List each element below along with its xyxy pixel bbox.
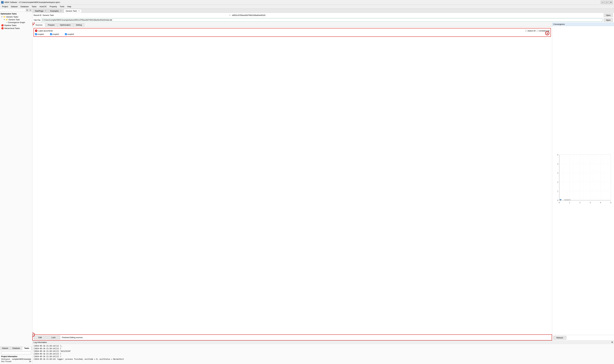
restore-panel-button[interactable]: ⧉ — [26, 9, 28, 12]
menu-bar: Project Dataset Database Tasks AutoCIC P… — [0, 5, 614, 9]
select-all-item[interactable]: Select All — [525, 30, 535, 32]
tab-generic-task-close[interactable]: ✕ — [78, 10, 80, 12]
close-button[interactable]: ✕ — [609, 1, 613, 4]
label-word: Label — [38, 30, 43, 32]
tab-examples-close[interactable]: ✕ — [60, 10, 62, 12]
tree-area: Optimization Tasks ▼ 📁 Generic Tasks ▼ 📁… — [0, 12, 32, 347]
tab-dataset[interactable]: Dataset — [0, 347, 10, 350]
svg-text:4: 4 — [557, 163, 558, 165]
couple2-checkbox[interactable] — [50, 33, 52, 35]
result-id-open-button[interactable]: Open — [604, 13, 613, 17]
workspace-label: Workspace — [1, 358, 10, 360]
tab-database[interactable]: Database — [10, 347, 22, 350]
project-info-title: Project Information — [1, 355, 31, 358]
hierarchical-icon: 🔴 — [1, 27, 4, 29]
log-line-4: [2024-05-16 21:20:14][2] ] — [34, 352, 613, 355]
left-panel-header: ⧉ ✕ — [0, 9, 32, 12]
lock-button[interactable]: Lock — [47, 336, 60, 339]
tree-label-generic-tasks: Generic Tasks — [6, 16, 18, 18]
select-all-checkbox[interactable] — [525, 30, 527, 32]
couple2-item[interactable]: couple2 — [50, 33, 59, 35]
left-bottom-tabs: Dataset Database Tasks Project Informati… — [0, 347, 32, 364]
close-panel-button[interactable]: ✕ — [29, 9, 32, 12]
tab-tasks[interactable]: Tasks — [22, 347, 31, 350]
tab-startpage[interactable]: StartPage ✕ — [33, 9, 48, 13]
inner-tab-setting[interactable]: Setting — [73, 23, 84, 27]
tree-item-convergence-graph[interactable]: ✓ Convergence Graph — [0, 21, 32, 24]
expand-icon-2: ▼ — [3, 19, 5, 20]
tree-label-convergence-graph: Convergence Graph — [8, 21, 25, 24]
minimize-button[interactable]: — — [601, 1, 605, 4]
tree-label-pipeline-tasks: Pipeline Tasks — [4, 24, 16, 26]
tree-item-generic-task[interactable]: ▼ 📁 Generic Task — [0, 18, 32, 21]
tdb-file-input[interactable] — [42, 18, 602, 22]
tdb-file-label: Tdb File — [34, 19, 41, 21]
couple3-item[interactable]: couple3 — [65, 33, 74, 35]
unselect-all-checkbox[interactable] — [537, 30, 539, 32]
workspace-value: compile/HitDIC/example — [12, 358, 31, 360]
sources-header: ✕ Label alcocrfeniti Select All — [35, 30, 549, 32]
title-bar: H HitDIC Software - <C:/Users/compile/Hi… — [0, 0, 614, 5]
inner-tab-optimization[interactable]: Optimization — [57, 23, 73, 27]
log-line-1: [2024-05-16 21:20:14][2] ], — [34, 345, 613, 347]
folder-icon: 📁 — [3, 16, 6, 18]
menu-property[interactable]: Property — [48, 5, 58, 8]
main-tab-bar: StartPage ✕ Examples ✕ Generic Task ✕ — [32, 9, 614, 13]
tree-item-generic-tasks[interactable]: ▼ 📁 Generic Tasks — [0, 15, 32, 18]
search-input[interactable] — [1, 351, 31, 354]
svg-text:2: 2 — [557, 181, 558, 183]
inner-tab-bar: Sources Prepare Optimization Setting — [32, 23, 552, 27]
inner-tab-sources[interactable]: Sources — [33, 23, 45, 27]
result-id-label: Result ID — [34, 14, 41, 16]
tdb-file-open-button[interactable]: Open — [604, 18, 613, 22]
app-icon: H — [1, 1, 3, 3]
tree-item-pipeline-tasks[interactable]: 🔴 Pipeline Tasks — [0, 24, 32, 27]
log-header: Log Information ⧉ — [32, 341, 614, 344]
log-section: Log Information ⧉ [2024-05-16 21:20:14][… — [32, 340, 614, 364]
menu-tools[interactable]: Tools — [58, 5, 66, 8]
svg-text:3: 3 — [590, 202, 591, 204]
inner-tab-prepare[interactable]: Prepare — [45, 23, 57, 27]
info-row-threads: Max Threads 24 — [1, 361, 31, 363]
tree-label-generic-task: Generic Task — [9, 19, 20, 21]
couple1-checkbox[interactable] — [35, 33, 37, 35]
menu-autocic[interactable]: AutoCIC — [38, 5, 48, 8]
checkbox-group-right: Select All UnSelect All — [525, 30, 549, 32]
svg-text:5: 5 — [610, 202, 611, 204]
svg-text:5: 5 — [557, 154, 558, 156]
expand-log-icon[interactable]: ⧉ — [612, 341, 613, 343]
menu-help[interactable]: Help — [66, 5, 73, 8]
sources-panel: 1 Sources Prepare Optimization Setting 3 — [32, 23, 552, 340]
couple3-checkbox[interactable] — [65, 33, 67, 35]
info-row-workspace: Workspace compile/HitDIC/example — [1, 358, 31, 360]
tab-generic-task[interactable]: Generic Task ✕ — [64, 9, 82, 13]
menu-database[interactable]: Database — [19, 5, 30, 8]
content-area: Result ID Generic Task / e9501c9780ea30d… — [32, 13, 614, 364]
expand-icon: ▼ — [1, 16, 3, 18]
menu-project[interactable]: Project — [0, 5, 9, 8]
refresh-button[interactable]: Refresh — [553, 336, 566, 339]
left-panel-bottom-content: Project Information Workspace compile/Hi… — [0, 350, 32, 364]
svg-text:3: 3 — [557, 172, 558, 174]
svg-text:1: 1 — [557, 190, 558, 192]
log-line-2: [2024-05-16 21:20:14][2] [ — [34, 347, 613, 350]
tree-item-hierarchical-tasks[interactable]: 🔴 Hierarchical Tasks — [0, 27, 32, 30]
menu-dataset[interactable]: Dataset — [9, 5, 19, 8]
result-id-path: e9501c9780ea30d7f4b5168a40e462d3 — [232, 14, 602, 16]
tab-startpage-close[interactable]: ✕ — [45, 10, 46, 12]
maximize-button[interactable]: □ — [605, 1, 609, 4]
menu-tasks[interactable]: Tasks — [30, 5, 38, 8]
svg-text:0: 0 — [559, 202, 560, 204]
convergence-footer: Refresh — [552, 335, 614, 340]
log-line-5: [2024-05-16 21:20:14][2] ) — [34, 355, 613, 358]
couple1-item[interactable]: couple1 — [35, 33, 44, 35]
label-value: alcocrfeniti — [43, 30, 53, 32]
edit-button[interactable]: Edit — [34, 336, 46, 339]
tab-examples[interactable]: Examples ✕ — [48, 9, 63, 13]
tree-label-hierarchical-tasks: Hierarchical Tasks — [4, 27, 20, 29]
svg-text:1: 1 — [569, 202, 570, 204]
window-controls: — □ ✕ — [601, 1, 613, 4]
convergence-panel: Convergence — [552, 23, 614, 340]
convergence-header: Convergence — [552, 23, 614, 26]
sources-footer: 2 Edit Lock Finished Editing sources — [32, 334, 552, 340]
